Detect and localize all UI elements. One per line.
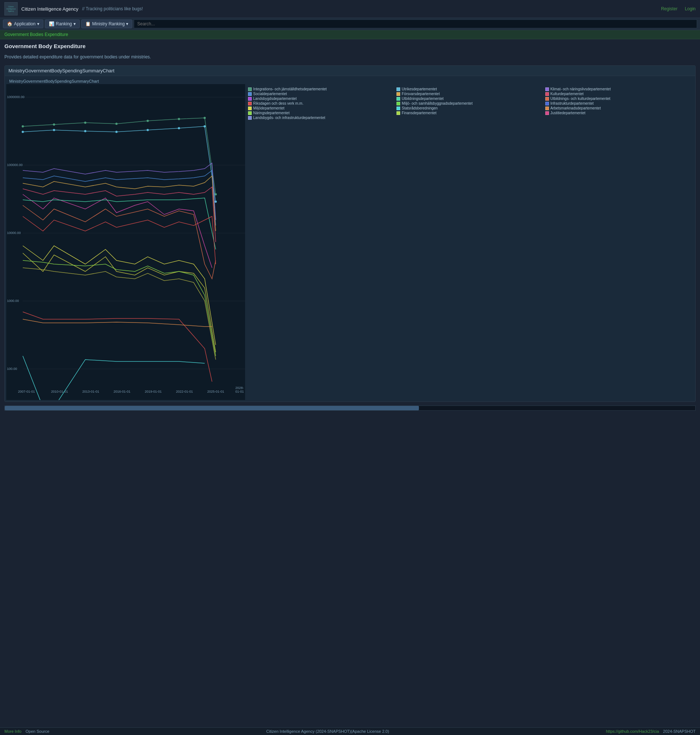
legend-item-7: Landsbygdsdepartementet bbox=[248, 97, 394, 101]
scrollbar-area bbox=[4, 405, 696, 411]
chevron-down-icon-3: ▾ bbox=[126, 21, 128, 26]
site-title: Citizen Intelligence Agency bbox=[21, 6, 78, 12]
svg-point-5 bbox=[178, 118, 180, 120]
legend-dot-11 bbox=[397, 102, 400, 106]
legend-item-12: Infrastrukturdepartementet bbox=[545, 101, 691, 106]
legend-dot-1 bbox=[248, 87, 252, 91]
legend-item-16: Näringsdepartementet bbox=[248, 111, 394, 115]
legend-dot-18 bbox=[545, 111, 549, 115]
scrollbar-thumb[interactable] bbox=[5, 406, 419, 410]
line-2 bbox=[23, 126, 216, 202]
chart-container: 1000000.00 100000.00 10000.00 1000.00 10… bbox=[6, 84, 694, 400]
line-6 bbox=[23, 187, 216, 242]
line-13 bbox=[23, 260, 216, 356]
description-text: Provides detailed expenditure data for g… bbox=[4, 54, 696, 60]
line-16 bbox=[23, 319, 212, 327]
site-subtitle: // Tracking politicians like bugs! bbox=[82, 6, 143, 12]
line-7 bbox=[23, 194, 212, 268]
legend-label-5: Försvarsdepartementet bbox=[401, 92, 440, 96]
svg-point-0 bbox=[22, 125, 24, 128]
chevron-down-icon-2: ▾ bbox=[74, 21, 76, 26]
legend-label-15: Arbetsmarknadsdepartementet bbox=[550, 106, 601, 110]
application-button[interactable]: 🏠 Application ▾ bbox=[3, 19, 43, 28]
legend-dot-19 bbox=[248, 116, 252, 120]
home-icon: 🏠 bbox=[7, 21, 12, 26]
legend-label-17: Finansdepartementet bbox=[401, 111, 437, 115]
search-input[interactable] bbox=[134, 19, 697, 28]
line-17 bbox=[23, 356, 205, 400]
footer-center: Citizen Intelligence Agency (2024-SNAPSH… bbox=[266, 729, 389, 734]
svg-point-9 bbox=[53, 129, 55, 131]
line-5 bbox=[23, 176, 216, 231]
login-link[interactable]: Login bbox=[685, 6, 696, 12]
chart-area: 1000000.00 100000.00 10000.00 1000.00 10… bbox=[6, 84, 245, 400]
svg-point-15 bbox=[215, 201, 217, 203]
svg-point-2 bbox=[84, 122, 86, 124]
legend-label-3: Klimat- och näringslivsdepartementet bbox=[550, 87, 611, 91]
legend-label-4: Socialdepartementet bbox=[253, 92, 287, 96]
header: Citizen Intelligence Agency Citizen Inte… bbox=[0, 0, 700, 18]
svg-point-3 bbox=[115, 123, 118, 125]
legend-item-13: Miljödepartementet bbox=[248, 106, 394, 110]
legend-item-1: Integrations- och jämställdhetsdeparteme… bbox=[248, 87, 394, 91]
logo: Citizen Intelligence Agency bbox=[4, 2, 18, 15]
legend-dot-10 bbox=[248, 102, 252, 106]
github-link[interactable]: https://github.com/Hack23/cia bbox=[606, 729, 659, 734]
chart-section: MinistryGovernmentBodySpendingSummaryCha… bbox=[4, 65, 696, 402]
chart-subtitle: MinistryGovernmentBodySpendingSummaryCha… bbox=[6, 78, 694, 84]
header-left: Citizen Intelligence Agency Citizen Inte… bbox=[4, 2, 143, 15]
legend-dot-9 bbox=[545, 97, 549, 101]
legend-dot-13 bbox=[248, 107, 252, 110]
breadcrumb-text: Government Bodies Expenditure bbox=[4, 32, 68, 37]
legend-label-9: Utbildnings- och kulturdepartementet bbox=[550, 97, 610, 101]
more-info-link[interactable]: More Info bbox=[4, 729, 21, 734]
legend-item-9: Utbildnings- och kulturdepartementet bbox=[545, 97, 691, 101]
chevron-down-icon: ▾ bbox=[37, 21, 39, 26]
scrollbar-track bbox=[5, 406, 695, 410]
legend-item-6: Kulturdepartementet bbox=[545, 92, 691, 96]
chart-svg bbox=[6, 84, 245, 400]
line-4 bbox=[23, 170, 216, 226]
legend-label-18: Justitiedepartementet bbox=[550, 111, 586, 115]
ministry-ranking-button[interactable]: 📋 Ministry Ranking ▾ bbox=[81, 19, 133, 28]
svg-point-4 bbox=[147, 120, 149, 122]
legend-dot-16 bbox=[248, 111, 252, 115]
legend-dot-4 bbox=[248, 92, 252, 96]
legend-dot-3 bbox=[545, 87, 549, 91]
legend-label-2: Utrikesdepartementet bbox=[401, 87, 437, 91]
legend-dot-8 bbox=[397, 97, 400, 101]
description: Provides detailed expenditure data for g… bbox=[0, 51, 700, 62]
line-12 bbox=[23, 253, 216, 352]
register-link[interactable]: Register bbox=[661, 6, 678, 12]
line-9 bbox=[23, 205, 216, 279]
legend-item-3: Klimat- och näringslivsdepartementet bbox=[545, 87, 691, 91]
legend-item-10: Riksdagen och dess verk m.m. bbox=[248, 101, 394, 106]
legend-dot-2 bbox=[397, 87, 400, 91]
version-label: 2024-SNAPSHOT bbox=[663, 729, 696, 734]
svg-point-8 bbox=[22, 131, 24, 133]
legend-item-19: Landsbygds- och infrastrukturdepartement… bbox=[248, 116, 394, 120]
page-title-bar: Government Body Expenditure bbox=[0, 39, 700, 51]
page-title: Government Body Expenditure bbox=[4, 43, 696, 49]
spacer bbox=[0, 412, 700, 559]
legend-item-4: Socialdepartementet bbox=[248, 92, 394, 96]
line-14 bbox=[23, 268, 216, 359]
breadcrumb: Government Bodies Expenditure bbox=[0, 30, 700, 39]
chart-icon: 📊 bbox=[49, 21, 54, 26]
legend-dot-12 bbox=[545, 102, 549, 106]
legend-label-19: Landsbygds- och infrastrukturdepartement… bbox=[253, 116, 325, 120]
legend-item-8: Utbildningsdepartementet bbox=[397, 97, 542, 101]
legend-label-11: Miljö- och samhällsbyggnadsdepartementet bbox=[401, 101, 472, 106]
legend-dot-15 bbox=[545, 107, 549, 110]
chart-legend: Integrations- och jämställdhetsdeparteme… bbox=[245, 84, 694, 400]
legend-label-1: Integrations- och jämställdhetsdeparteme… bbox=[253, 87, 326, 91]
legend-label-14: Statsrådsberedningen bbox=[401, 106, 438, 110]
footer-right: https://github.com/Hack23/cia 2024-SNAPS… bbox=[606, 729, 696, 734]
svg-point-13 bbox=[178, 127, 180, 129]
legend-dot-17 bbox=[397, 111, 400, 115]
legend-dot-6 bbox=[545, 92, 549, 96]
legend-item-11: Miljö- och samhällsbyggnadsdepartementet bbox=[397, 101, 542, 106]
ranking-button[interactable]: 📊 Ranking ▾ bbox=[45, 19, 80, 28]
legend-dot-14 bbox=[397, 107, 400, 110]
svg-point-6 bbox=[204, 117, 206, 119]
